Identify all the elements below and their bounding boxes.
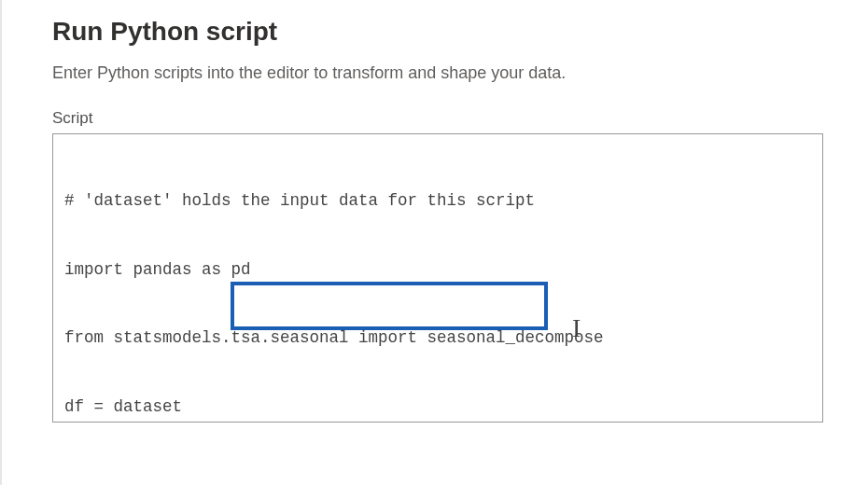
- code-line: # 'dataset' holds the input data for thi…: [64, 189, 811, 213]
- annotation-highlight-box: [231, 282, 548, 330]
- code-line: df = dataset: [64, 395, 811, 419]
- code-line: from statsmodels.tsa.seasonal import sea…: [64, 326, 811, 350]
- script-label: Script: [52, 109, 823, 128]
- dialog-subtitle: Enter Python scripts into the editor to …: [52, 63, 823, 83]
- script-editor[interactable]: # 'dataset' holds the input data for thi…: [52, 133, 823, 423]
- code-line: import pandas as pd: [64, 258, 811, 282]
- dialog-title: Run Python script: [52, 17, 823, 47]
